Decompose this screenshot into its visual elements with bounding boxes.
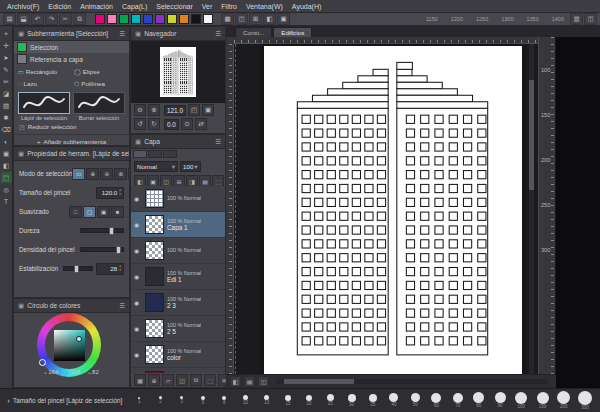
rotate-left-icon[interactable]: ↺	[134, 118, 146, 130]
brush-size-preset-300[interactable]: 300	[578, 391, 592, 411]
layer-footer-icon[interactable]: ◫	[176, 374, 188, 386]
brush-size-preset-2[interactable]: 2	[154, 396, 168, 405]
ruler-icon[interactable]: ◫	[235, 13, 248, 25]
tool-pen-icon[interactable]: ✎	[1, 64, 12, 75]
panel-menu-icon[interactable]: ☰	[215, 138, 221, 146]
layer-visibility-icon[interactable]: ◉	[134, 299, 142, 306]
brush-size-preset-70[interactable]: 70	[451, 393, 465, 409]
layer-visibility-icon[interactable]: ◉	[134, 195, 142, 202]
palette-icon[interactable]: ▥	[570, 13, 583, 25]
blend-mode-select[interactable]: Normal ▾	[134, 161, 178, 172]
hue-marker[interactable]	[39, 359, 46, 366]
menu-item-filtro[interactable]: Filtro	[221, 3, 237, 10]
layer-visibility-icon[interactable]: ◉	[134, 273, 142, 280]
panel-menu-icon[interactable]: ☰	[119, 302, 125, 310]
brush-size-preset-30[interactable]: 30	[345, 394, 359, 408]
menu-item-ventana-w[interactable]: Ventana(W)	[246, 3, 283, 10]
color-swatch-5[interactable]	[155, 14, 165, 24]
zoom-out-icon[interactable]: ⊖	[134, 104, 146, 116]
brush-size-preset-80[interactable]: 80	[472, 392, 486, 409]
subtool-elipse[interactable]: ◯Elipse	[72, 66, 127, 77]
brush-size-preset-20[interactable]: 20	[302, 395, 316, 407]
brush-size-preset-90[interactable]: 90	[493, 392, 507, 409]
workspace-icon[interactable]: ◫	[584, 13, 597, 25]
modo-de-selecci-n-option-icon[interactable]: ⊗	[114, 168, 127, 180]
subtool-group-selecci-n[interactable]: Selección	[14, 41, 129, 53]
subtool-group-referencia-a-capa[interactable]: Referencia a capa	[14, 53, 129, 65]
color-swatch-3[interactable]	[131, 14, 141, 24]
brush-size-preset-10[interactable]: 10	[238, 395, 252, 406]
actual-size-icon[interactable]: ▣	[202, 104, 214, 116]
reset-rotation-icon[interactable]: ⊙	[181, 118, 193, 130]
tool-decoration-icon[interactable]: ✱	[1, 112, 12, 123]
modo-de-selecci-n-option-icon[interactable]: ▭	[72, 168, 85, 180]
brush-size-preset-3[interactable]: 3	[175, 396, 189, 405]
status-icon[interactable]: ▤	[244, 376, 255, 387]
subtool-borrar-selecci-n[interactable]: Borrar selección	[73, 92, 125, 121]
color-swatch-4[interactable]	[143, 14, 153, 24]
subtool-reducir-selecci-n[interactable]: ◳Reducir selección	[14, 121, 129, 132]
menu-item-archivo-f[interactable]: Archivo(F)	[7, 3, 39, 10]
tool-blend-icon[interactable]: ◐	[1, 136, 12, 147]
rotate-right-icon[interactable]: ↻	[148, 118, 160, 130]
brush-size-preset-100[interactable]: 100	[514, 392, 528, 410]
sv-marker[interactable]	[76, 336, 82, 342]
layer-row-2-3[interactable]: ◉100 % Normal2 3	[131, 290, 225, 316]
layer-visibility-icon[interactable]: ◉	[134, 247, 142, 254]
slider-thumb[interactable]	[116, 246, 121, 254]
layer-footer-icon[interactable]: ▦	[134, 374, 146, 386]
brush-size-preset-50[interactable]: 50	[408, 393, 422, 408]
suavizado-option-icon[interactable]: ▣	[97, 206, 110, 218]
new-file-icon[interactable]: ▤	[3, 13, 16, 25]
layer-row-edi-2[interactable]: ◉100 % NormalEdi 2	[131, 368, 225, 373]
tool-text-icon[interactable]: T	[1, 196, 12, 207]
brush-size-preset-200[interactable]: 200	[557, 391, 571, 410]
snap-icon[interactable]: ⊞	[249, 13, 262, 25]
subtool-l-piz-de-selecci-n[interactable]: Lápiz de selección	[18, 92, 70, 121]
panel-menu-icon[interactable]: ☰	[119, 30, 125, 38]
layers-tab[interactable]	[163, 150, 177, 158]
tool-zoom-icon[interactable]: ⌖	[1, 28, 12, 39]
color-swatch-2[interactable]	[119, 14, 129, 24]
layer-row[interactable]: ◉100 % Normal	[131, 186, 225, 212]
modo-de-selecci-n-option-icon[interactable]: ⊕	[86, 168, 99, 180]
menu-item-seleccionar[interactable]: Seleccionar	[156, 3, 193, 10]
suavizado-option-icon[interactable]: □	[69, 206, 82, 218]
canvas-page[interactable]	[264, 46, 522, 374]
layer-visibility-icon[interactable]: ◉	[134, 351, 142, 358]
material-icon[interactable]: ▣	[277, 13, 290, 25]
layer-footer-icon[interactable]: ⧉	[190, 374, 202, 386]
layer-row-2-5[interactable]: ◉100 % Normal2 5	[131, 316, 225, 342]
slider-thumb[interactable]	[74, 265, 79, 273]
redo-icon[interactable]: ↷	[45, 13, 58, 25]
layer-row[interactable]: ◉100 % Normal	[131, 238, 225, 264]
tool-eraser-icon[interactable]: ⌫	[1, 124, 12, 135]
brush-size-preset-15[interactable]: 15	[281, 395, 295, 407]
tool-move-icon[interactable]: ✛	[1, 40, 12, 51]
color-swatch-6[interactable]	[167, 14, 177, 24]
brush-size-preset-1[interactable]: 1	[132, 397, 146, 405]
menu-item-animaci-n[interactable]: Animación	[80, 3, 113, 10]
menu-item-edici-n[interactable]: Edición	[48, 3, 71, 10]
brush-size-preset-35[interactable]: 35	[366, 394, 380, 408]
tool-gradient-icon[interactable]: ◧	[1, 160, 12, 171]
brush-size-preset-25[interactable]: 25	[323, 394, 337, 407]
horizontal-scrollbar[interactable]	[276, 379, 548, 384]
slider-thumb[interactable]	[109, 227, 114, 235]
layer-row-edi-1[interactable]: ◉100 % NormalEdi 1	[131, 264, 225, 290]
layers-tab[interactable]	[133, 150, 147, 158]
navigator-rotation-value[interactable]: 0.0	[164, 119, 179, 130]
color-swatch-9[interactable]	[203, 14, 213, 24]
color-swatch-7[interactable]	[179, 14, 189, 24]
save-icon[interactable]: ⬓	[17, 13, 30, 25]
tool-brush-icon[interactable]: ◪	[1, 88, 12, 99]
layer-footer-icon[interactable]: ▱	[162, 374, 174, 386]
densidad-del-pincel-slider[interactable]	[80, 246, 124, 254]
brush-size-preset-13[interactable]: 13	[260, 395, 274, 406]
subtool-lazo[interactable]: ◌Lazo	[16, 78, 71, 89]
tool-fill-icon[interactable]: ▣	[1, 148, 12, 159]
layer-visibility-icon[interactable]: ◉	[134, 325, 142, 332]
panel-menu-icon[interactable]: ☰	[215, 30, 221, 38]
color-swatch-0[interactable]	[95, 14, 105, 24]
menu-item-capa-l[interactable]: Capa(L)	[122, 3, 147, 10]
